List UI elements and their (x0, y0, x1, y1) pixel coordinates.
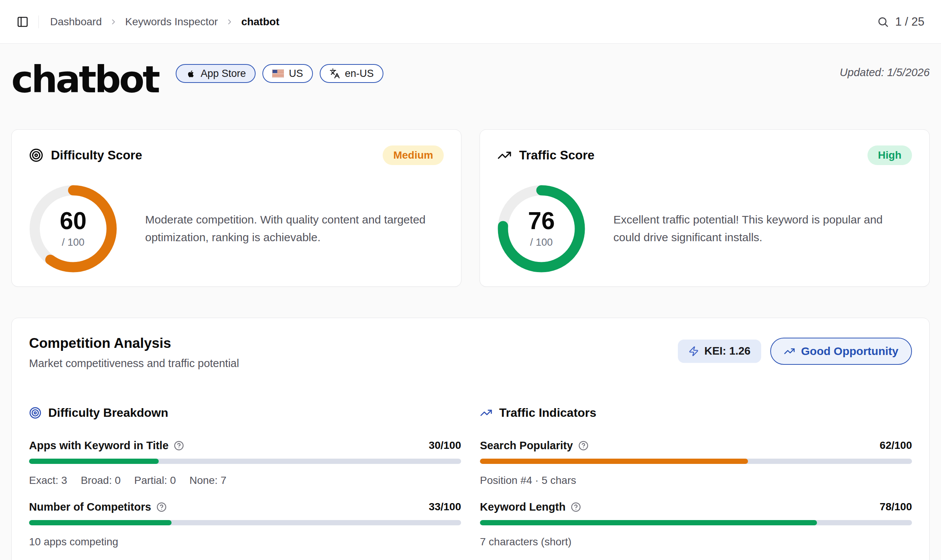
store-badge[interactable]: App Store (176, 64, 256, 83)
store-badge-label: App Store (200, 68, 246, 80)
progress-bar (480, 458, 912, 464)
good-opportunity-button[interactable]: Good Opportunity (770, 338, 912, 365)
traffic-indicators-column: Traffic Indicators Search Popularity 62/… (480, 406, 912, 560)
metric-subtext: 7 characters (short) (480, 536, 912, 548)
locale-badge[interactable]: en-US (320, 64, 384, 83)
metric-keyword-length: Keyword Length 78/100 7 characters (shor… (480, 501, 912, 548)
metric-label: Search Popularity (480, 439, 573, 452)
kei-badge: KEI: 1.26 (678, 340, 761, 363)
traffic-score-value: 76 (528, 209, 554, 233)
keyword-badges: App Store US en-US (176, 64, 383, 83)
good-opportunity-label: Good Opportunity (801, 345, 898, 358)
country-badge-label: US (289, 68, 303, 80)
breadcrumb-current: chatbot (241, 16, 279, 28)
breadcrumb: Dashboard Keywords Inspector chatbot (50, 16, 279, 28)
difficulty-score-max: / 100 (62, 237, 85, 248)
difficulty-score-card: Difficulty Score Medium 60 / 100 Moderat… (11, 129, 462, 287)
help-circle-icon[interactable] (571, 502, 581, 512)
country-badge[interactable]: US (262, 64, 313, 83)
locale-badge-label: en-US (345, 68, 374, 80)
trending-up-icon (497, 148, 511, 162)
metric-label: Keyword Length (480, 501, 565, 513)
kei-value: KEI: 1.26 (704, 345, 751, 357)
metric-number-of-competitors: Number of Competitors 33/100 10 apps com… (29, 501, 461, 548)
traffic-level-badge: High (867, 145, 912, 165)
metric-label: Number of Competitors (29, 501, 151, 513)
topbar: Dashboard Keywords Inspector chatbot 1 /… (0, 0, 941, 44)
traffic-description: Excellent traffic potential! This keywor… (613, 211, 912, 246)
traffic-score-card: Traffic Score High 76 / 100 Excellent tr… (479, 129, 930, 287)
progress-bar (29, 458, 461, 464)
help-circle-icon[interactable] (174, 440, 184, 451)
metric-subtext: 10 apps competing (29, 536, 461, 548)
difficulty-breakdown-column: Difficulty Breakdown Apps with Keyword i… (29, 406, 461, 560)
main-content: chatbot App Store US en-US Updated: 1/5/… (0, 60, 941, 560)
traffic-score-max: / 100 (530, 237, 553, 248)
apple-icon (185, 69, 196, 79)
traffic-score-title: Traffic Score (519, 148, 594, 162)
difficulty-breakdown-title: Difficulty Breakdown (48, 406, 168, 420)
competition-subtitle: Market competitiveness and traffic poten… (29, 357, 239, 370)
languages-icon (330, 68, 340, 79)
page-header: chatbot App Store US en-US Updated: 1/5/… (11, 60, 930, 99)
metric-value: 62/100 (879, 439, 912, 451)
metric-apps-with-keyword: Apps with Keyword in Title 30/100 Exact:… (29, 439, 461, 486)
metric-value: 33/100 (429, 501, 461, 513)
traffic-indicators-title: Traffic Indicators (499, 406, 596, 420)
panel-left-icon (17, 16, 29, 28)
zap-icon (688, 346, 699, 357)
difficulty-gauge: 60 / 100 (29, 185, 117, 273)
difficulty-level-badge: Medium (383, 145, 444, 165)
topbar-divider (39, 15, 39, 28)
progress-bar (29, 520, 461, 525)
traffic-gauge: 76 / 100 (497, 185, 585, 273)
chevron-right-icon (225, 18, 234, 26)
search-icon[interactable] (877, 16, 889, 28)
sidebar-toggle-button[interactable] (17, 16, 29, 28)
help-circle-icon[interactable] (157, 502, 166, 512)
trending-up-icon (784, 346, 795, 357)
breadcrumb-dashboard[interactable]: Dashboard (50, 16, 102, 28)
difficulty-description: Moderate competition. With quality conte… (145, 211, 439, 246)
progress-bar (480, 520, 912, 525)
competition-analysis-card: Competition Analysis Market competitiven… (11, 318, 930, 560)
metric-value: 30/100 (429, 439, 461, 451)
updated-date: Updated: 1/5/2026 (839, 66, 930, 79)
difficulty-score-value: 60 (60, 209, 86, 233)
target-icon (29, 148, 43, 162)
metric-label: Apps with Keyword in Title (29, 439, 168, 452)
pager-count: 1 / 25 (895, 15, 924, 29)
help-circle-icon[interactable] (578, 440, 588, 451)
metric-search-popularity: Search Popularity 62/100 Position #4 · 5… (480, 439, 912, 486)
target-icon (29, 407, 42, 419)
metric-subtext: Position #4 · 5 chars (480, 474, 912, 486)
breadcrumb-keywords-inspector[interactable]: Keywords Inspector (125, 16, 218, 28)
difficulty-score-title: Difficulty Score (51, 148, 142, 162)
keyword-pager: 1 / 25 (877, 15, 924, 29)
us-flag-icon (272, 69, 284, 78)
metric-value: 78/100 (879, 501, 912, 513)
chevron-right-icon (109, 18, 118, 26)
competition-title: Competition Analysis (29, 335, 239, 351)
metric-subtext: Exact: 3 Broad: 0 Partial: 0 None: 7 (29, 474, 461, 486)
score-cards-row: Difficulty Score Medium 60 / 100 Moderat… (11, 129, 930, 287)
page-title: chatbot (11, 60, 158, 99)
trending-up-icon (480, 407, 492, 419)
